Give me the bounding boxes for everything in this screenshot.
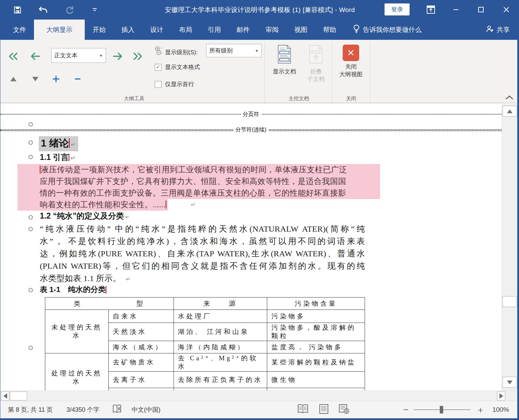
group-label-outline-tools: 大纲工具 xyxy=(107,95,162,102)
scroll-left-icon[interactable] xyxy=(1,392,9,400)
vertical-scrollbar-thumb[interactable] xyxy=(503,296,517,307)
tab-review[interactable]: 审阅 xyxy=(258,20,286,40)
table-row: 未处理的天然水 自来水 水处理厂 污染物多 xyxy=(45,310,365,323)
ribbon-tabs: 文件 大纲显示 开始 插入 设计 布局 引用 邮件 审阅 视图 帮助 告诉我你想… xyxy=(0,20,519,40)
tab-outlining[interactable]: 大纲显示 xyxy=(34,20,85,40)
heading1-text: 1 绪论 xyxy=(41,138,69,149)
close-button[interactable] xyxy=(499,3,514,16)
maximize-button[interactable] xyxy=(473,3,488,16)
proofing-status-icon[interactable] xyxy=(112,404,122,416)
language-indicator[interactable]: 中文(中国) xyxy=(132,406,161,414)
promote-to-heading1-button[interactable] xyxy=(7,51,20,62)
demote-button[interactable] xyxy=(111,51,125,62)
close-outline-view-icon: ✕ xyxy=(343,45,359,61)
tab-file[interactable]: 文件 xyxy=(5,20,34,40)
outline-bullet[interactable] xyxy=(28,122,33,127)
group-label-close: 关闭 xyxy=(338,95,364,102)
minimize-button[interactable] xyxy=(448,3,463,16)
zoom-in-icon[interactable]: ＋ xyxy=(476,406,485,413)
table-row: 处理过的天然水 去矿物质水 去 Ca²⁺、Mg²⁺的软水 某些溶解的颗粒及钠盐 xyxy=(45,353,365,372)
expand-button[interactable]: ＋ xyxy=(49,73,63,84)
collapse-ribbon-icon[interactable] xyxy=(506,95,513,101)
tab-mailings[interactable]: 邮件 xyxy=(229,20,258,40)
ribbon-display-options-icon[interactable] xyxy=(423,3,438,16)
pink-line-1: 液压传动是一项新兴技术，它被引用到工业领域只有很短的时间，单体液压支柱已广泛 xyxy=(17,164,380,176)
outline-bullet[interactable] xyxy=(28,215,33,220)
tracked-change-paragraph[interactable]: 液压传动是一项新兴技术，它被引用到工业领域只有很短的时间，单体液压支柱已广泛 应… xyxy=(17,164,380,211)
show-level-dropdown[interactable]: 所有级别 ▼ xyxy=(206,44,262,57)
share-button[interactable]: 共享 xyxy=(485,20,510,40)
tab-insert[interactable]: 插入 xyxy=(114,20,142,40)
tab-view[interactable]: 视图 xyxy=(286,20,315,40)
vertical-scrollbar[interactable] xyxy=(502,103,518,390)
scroll-down-icon[interactable] xyxy=(503,377,517,388)
header-source: 来 源 xyxy=(174,298,267,310)
close-outline-view-button[interactable]: ✕ 关闭 大纲视图 xyxy=(334,45,367,78)
show-first-line-checkbox[interactable]: 仅显示首行 xyxy=(155,80,194,88)
tab-layout[interactable]: 布局 xyxy=(171,20,200,40)
show-text-formatting-checkbox[interactable]: ✓ 显示文本格式 xyxy=(155,63,200,71)
word-count[interactable]: 3/4350 个字 xyxy=(67,406,99,414)
pure-water-table: 类型 来 源 污染物含量 未处理的天然水 自来水 水处理厂 污染物多 天然淡水 … xyxy=(45,297,365,390)
zoom-slider[interactable] xyxy=(414,409,470,410)
header-pollutant: 污染物含量 xyxy=(267,298,365,310)
collapse-button[interactable]: － xyxy=(71,73,84,84)
page-indicator[interactable]: 第 8 页, 共 11 页 xyxy=(8,406,53,414)
pink-line-4: 响着支柱的工作性能和安全性。...... xyxy=(17,199,168,211)
outline-level-dropdown[interactable]: 正文文本 ▼ xyxy=(51,48,106,63)
status-bar: 第 8 页, 共 11 页 3/4350 个字 中文(中国) − ＋ 100% xyxy=(0,401,519,418)
chevron-down-icon: ▼ xyxy=(99,54,103,58)
paragraph-last-line: 水类型如表 1.1 所示。↵ xyxy=(40,272,365,284)
group-label-master-document: 主控文档 xyxy=(271,95,326,102)
demote-to-bodytext-button[interactable] xyxy=(131,51,144,62)
outline-bullet[interactable] xyxy=(28,140,33,145)
scroll-up-icon[interactable] xyxy=(503,106,517,117)
show-document-icon xyxy=(277,45,292,66)
tab-design[interactable]: 设计 xyxy=(142,20,171,40)
tab-references[interactable]: 引用 xyxy=(200,20,229,40)
heading-1-2[interactable]: 1.2 “纯水”的定义及分类↵ xyxy=(40,211,129,221)
body-paragraph[interactable]: “纯水液压传动” 中的“纯水”是指纯粹的天然水(NATURALW ATER)(简… xyxy=(40,223,365,284)
close-outline-view-label-2: 大纲视图 xyxy=(339,71,363,78)
horizontal-scrollbar-thumb[interactable] xyxy=(10,392,27,400)
window-title: 安徽理工大学本科毕业设计说明书参考模板 (1) [兼容模式] - Word xyxy=(0,0,519,20)
show-level-icon xyxy=(155,46,163,56)
table-caption[interactable]: 表 1-1 纯水的分类 xyxy=(40,284,106,295)
outline-bullet[interactable] xyxy=(28,288,33,292)
pink-line-3: 情的一种有效的工作面支护设备。三用阀是单体液压支柱的心脏，它的性能好坏直接影 xyxy=(17,187,380,199)
heading-1-1[interactable]: 1.1 引言↵ xyxy=(40,152,75,163)
sign-in-button[interactable]: 登录 xyxy=(385,3,410,15)
read-mode-icon[interactable] xyxy=(297,404,309,416)
section-break-label: 分节符(连续) xyxy=(233,126,269,133)
document-canvas[interactable]: 分页符 分节符(连续) 1 绪论↵ 1.1 引言↵ 液压传动是一项新兴技术，它被… xyxy=(0,103,502,390)
collapse-subdocuments-button: 折叠 子文档 xyxy=(302,45,330,83)
zoom-slider-thumb[interactable] xyxy=(440,406,443,413)
promote-button[interactable] xyxy=(28,51,42,62)
window-border xyxy=(0,418,519,420)
show-text-formatting-label: 显示文本格式 xyxy=(165,63,200,71)
section-break-marker: 分节符(连续) xyxy=(0,129,502,131)
outline-level-value: 正文文本 xyxy=(54,51,78,59)
outline-bullet[interactable] xyxy=(28,227,33,231)
tell-me-label: 告诉我你想要做什么 xyxy=(363,25,422,34)
zoom-level[interactable]: 100% xyxy=(492,406,509,413)
word-window: 安徽理工大学本科毕业设计说明书参考模板 (1) [兼容模式] - Word 登录… xyxy=(0,0,519,420)
heading1-selected[interactable]: 1 绪论↵ xyxy=(39,136,78,151)
tab-home[interactable]: 开始 xyxy=(85,20,114,40)
print-layout-icon[interactable] xyxy=(319,404,329,416)
horizontal-scrollbar[interactable] xyxy=(0,390,518,401)
move-down-button[interactable] xyxy=(28,73,42,84)
ribbon-outlining: 正文文本 ▼ ＋ － 显示级别(S): 所有级别 ▼ ✓ 显示文本格式 仅显示首… xyxy=(0,40,519,103)
move-up-button[interactable] xyxy=(7,73,20,84)
close-outline-view-label-1: 关闭 xyxy=(345,63,357,71)
scroll-right-icon[interactable] xyxy=(497,392,505,400)
chevron-down-icon: ▼ xyxy=(255,49,259,53)
outline-bullet[interactable] xyxy=(28,346,33,350)
show-document-button[interactable]: 显示文档 xyxy=(271,45,298,75)
web-layout-icon[interactable] xyxy=(339,404,350,416)
zoom-out-icon[interactable]: − xyxy=(403,406,408,413)
tab-help[interactable]: 帮助 xyxy=(315,20,344,40)
tell-me-box[interactable]: 告诉我你想要做什么 xyxy=(350,20,425,40)
outline-bullet[interactable] xyxy=(28,155,33,159)
table-header-row: 类型 来 源 污染物含量 xyxy=(45,298,365,310)
